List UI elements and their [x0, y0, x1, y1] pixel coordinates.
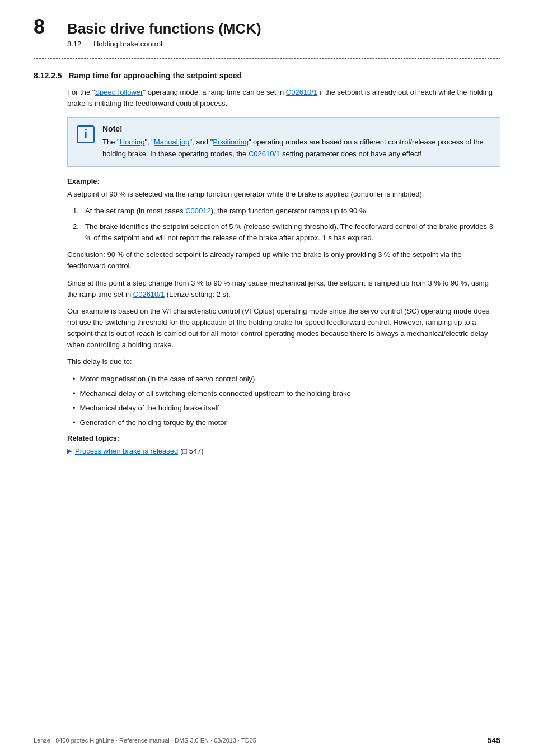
note-text: The "Homing", "Manual jog", and "Positio… — [102, 137, 491, 159]
process-brake-released-link[interactable]: Process when brake is released — [75, 447, 178, 455]
positioning-link[interactable]: Positioning — [213, 138, 249, 146]
manual-jog-link[interactable]: Manual jog — [154, 138, 190, 146]
bullet-item-1: Motor magnetisation (in the case of serv… — [73, 374, 500, 385]
delay-intro: This delay is due to: — [67, 356, 500, 367]
c00012-link[interactable]: C00012 — [185, 207, 211, 215]
chapter-title: Basic drive functions (MCK) — [67, 17, 261, 38]
example-intro: A setpoint of 90 % is selected via the r… — [67, 189, 500, 200]
sub-section-title: Holding brake control — [93, 40, 162, 48]
list-item-1: 1. At the set ramp (in most cases C00012… — [73, 206, 500, 217]
delay-bullet-list: Motor magnetisation (in the case of serv… — [73, 374, 500, 429]
c02610-link-1[interactable]: C02610/1 — [286, 88, 317, 96]
footer-left: Lenze · 8400 protec HighLine · Reference… — [34, 737, 256, 744]
example-label: Example: — [67, 177, 500, 185]
related-link-page: (□ 547) — [178, 447, 203, 455]
footer: Lenze · 8400 protec HighLine · Reference… — [0, 731, 534, 745]
conclusion-paragraph: Conclusion: 90 % of the selected setpoin… — [67, 249, 500, 272]
note-title: Note! — [102, 124, 491, 133]
para-1: Since at this point a step change from 3… — [67, 278, 500, 300]
ordered-list: 1. At the set ramp (in most cases C00012… — [73, 206, 500, 244]
c02610-link-3[interactable]: C02610/1 — [133, 290, 165, 298]
section-title: Ramp time for approaching the setpoint s… — [69, 71, 242, 80]
speed-follower-link[interactable]: Speed follower — [95, 88, 143, 96]
list-text-1: At the set ramp (in most cases C00012), … — [85, 206, 368, 217]
list-item-2: 2. The brake identifies the setpoint sel… — [73, 221, 500, 244]
related-link-item-1: ▶ Process when brake is released (□ 547) — [67, 447, 500, 455]
section-number: 8.12.2.5 — [34, 71, 62, 80]
bullet-item-2: Mechanical delay of all switching elemen… — [73, 388, 500, 399]
conclusion-prefix: Conclusion: — [67, 250, 105, 259]
sub-section-number: 8.12 — [67, 40, 81, 48]
sub-header: 8.12 Holding brake control — [67, 40, 500, 48]
homing-link[interactable]: Homing — [120, 138, 145, 146]
list-num-2: 2. — [73, 221, 85, 232]
related-topics-label: Related topics: — [67, 434, 500, 442]
intro-paragraph: For the "Speed follower" operating mode,… — [67, 87, 500, 109]
bullet-item-3: Mechanical delay of the holding brake it… — [73, 403, 500, 414]
para-2: Our example is based on the V/f characte… — [67, 306, 500, 351]
note-box: i Note! The "Homing", "Manual jog", and … — [67, 117, 500, 166]
divider — [34, 58, 500, 59]
conclusion-text: 90 % of the selected setpoint is already… — [67, 250, 462, 270]
note-content: Note! The "Homing", "Manual jog", and "P… — [102, 124, 491, 159]
chapter-header: 8 Basic drive functions (MCK) — [34, 17, 500, 38]
info-icon: i — [77, 125, 95, 143]
list-num-1: 1. — [73, 206, 85, 217]
arrow-icon: ▶ — [67, 447, 72, 455]
c02610-link-2[interactable]: C02610/1 — [249, 150, 280, 158]
bullet-item-4: Generation of the holding torque by the … — [73, 417, 500, 428]
content-body: For the "Speed follower" operating mode,… — [34, 87, 500, 455]
page-container: 8 Basic drive functions (MCK) 8.12 Holdi… — [0, 0, 534, 491]
list-text-2: The brake identifies the setpoint select… — [85, 221, 500, 244]
chapter-number: 8 — [34, 17, 56, 37]
section-heading: 8.12.2.5 Ramp time for approaching the s… — [34, 71, 500, 80]
page-number: 545 — [488, 736, 500, 745]
